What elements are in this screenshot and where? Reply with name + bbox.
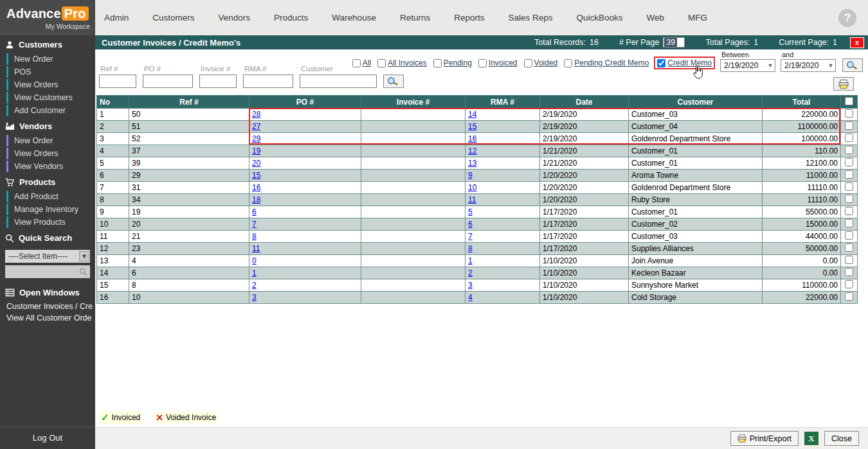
quick-search-select[interactable]: ----Select Item---- ▼ [5,250,90,263]
cell-po-link[interactable]: 8 [252,232,257,241]
cell-rma-link[interactable]: 11 [468,195,476,204]
quick-search-input[interactable] [5,265,90,278]
date-to-select[interactable]: 2/19/2020 ▼ [781,59,836,72]
row-checkbox[interactable] [845,219,853,227]
cell-rma-link[interactable]: 13 [468,159,476,168]
invoice-input[interactable] [199,75,237,88]
cell-po-link[interactable]: 20 [252,159,260,168]
cell-po-link[interactable]: 19 [252,146,260,155]
nav-customers[interactable]: Customers [152,13,194,22]
nav-products[interactable]: Products [274,13,308,22]
cell-rma-link[interactable]: 1 [468,256,473,265]
sidebar-item-view-customers[interactable]: View Customers [6,91,95,104]
nav-web[interactable]: Web [647,13,665,22]
cell-rma-link[interactable]: 5 [468,207,473,216]
open-window-item-invoices[interactable]: Customer Invoices / Cre [0,301,95,312]
row-checkbox[interactable] [845,182,853,191]
po-input[interactable] [143,75,193,88]
cell-rma-link[interactable]: 8 [468,244,473,253]
row-checkbox[interactable] [845,121,853,130]
filter-invoiced[interactable]: Invoiced [478,58,518,67]
cell-rma-link[interactable]: 14 [468,110,476,119]
cell-rma-link[interactable]: 9 [468,171,473,180]
cell-po-link[interactable]: 3 [252,293,257,302]
filter-voided[interactable]: Voided [524,58,558,67]
cell-po-link[interactable]: 28 [252,110,260,119]
cell-rma-link[interactable]: 12 [468,146,476,155]
filter-checkbox[interactable] [524,59,532,67]
filter-checkbox[interactable] [564,59,572,67]
filter-checkbox[interactable] [657,59,665,67]
cell-po-link[interactable]: 0 [252,256,257,265]
cell-po-link[interactable]: 15 [252,171,260,180]
cell-rma-link[interactable]: 4 [468,293,473,302]
nav-mfg[interactable]: MFG [688,13,707,22]
cell-po-link[interactable]: 7 [252,220,257,229]
cell-po-link[interactable]: 27 [252,122,260,131]
logout-button[interactable]: Log Out [0,427,95,449]
filter-pending-credit-memo[interactable]: Pending Credit Memo [564,58,649,67]
row-checkbox[interactable] [845,243,853,252]
close-icon[interactable]: x [850,37,864,48]
date-search-button[interactable] [842,58,863,72]
nav-reports[interactable]: Reports [454,13,484,22]
per-page-input[interactable]: 39 [663,37,685,48]
filter-checkbox[interactable] [433,59,442,67]
rma-input[interactable] [243,75,293,88]
filter-pending[interactable]: Pending [433,58,472,67]
row-checkbox[interactable] [845,146,853,154]
print-button[interactable] [833,77,854,91]
sidebar-item-add-product[interactable]: Add Product [6,190,95,203]
row-checkbox[interactable] [845,256,853,264]
cell-rma-link[interactable]: 6 [468,220,473,229]
row-checkbox[interactable] [845,231,853,240]
cell-po-link[interactable]: 11 [252,244,260,253]
print-export-button[interactable]: Print/Export [730,431,799,446]
cell-rma-link[interactable]: 15 [468,122,476,131]
excel-export-button[interactable]: X [804,432,818,445]
customer-input[interactable] [300,75,377,88]
row-checkbox[interactable] [845,207,853,215]
sidebar-item-view-products[interactable]: View Products [6,216,95,229]
help-icon[interactable]: ? [838,9,856,27]
cell-rma-link[interactable]: 2 [468,269,473,277]
nav-admin[interactable]: Admin [104,13,129,22]
cell-po-link[interactable]: 16 [252,183,260,192]
sidebar-item-manage-inventory[interactable]: Manage Inventory [6,203,95,216]
row-checkbox[interactable] [845,292,853,301]
nav-vendors[interactable]: Vendors [219,13,251,22]
filter-checkbox[interactable] [478,59,487,67]
fields-search-button[interactable] [383,75,404,88]
cell-rma-link[interactable]: 3 [468,281,473,290]
open-window-item-orders[interactable]: View All Customer Orde [0,312,95,324]
chevron-down-icon[interactable]: ▼ [79,251,89,261]
nav-warehouse[interactable]: Warehouse [332,13,376,22]
sidebar-item-vendors-view-orders[interactable]: View Orders [6,147,95,160]
row-checkbox[interactable] [845,134,853,142]
cell-po-link[interactable]: 1 [252,269,257,277]
sidebar-item-pos[interactable]: POS [6,66,95,78]
row-checkbox[interactable] [845,195,853,203]
cell-rma-link[interactable]: 16 [468,134,476,143]
close-button[interactable]: Close [824,431,859,446]
select-all-checkbox[interactable] [845,97,853,105]
row-checkbox[interactable] [845,170,853,179]
cell-po-link[interactable]: 29 [252,134,260,143]
nav-sales-reps[interactable]: Sales Reps [508,13,552,22]
cell-po-link[interactable]: 6 [252,207,257,216]
nav-returns[interactable]: Returns [400,13,430,22]
row-checkbox[interactable] [845,280,853,288]
sidebar-item-add-customer[interactable]: Add Customer [6,104,95,117]
cell-po-link[interactable]: 18 [252,195,260,204]
sidebar-item-customers-new-order[interactable]: New Order [6,53,95,66]
date-from-select[interactable]: 2/19/2020 ▼ [720,59,775,72]
filter-credit-memo[interactable]: Credit Memo [654,57,715,69]
nav-quickbooks[interactable]: QuickBooks [577,13,623,22]
sidebar-item-view-vendors[interactable]: View Vendors [6,160,95,173]
row-checkbox[interactable] [845,109,853,118]
sidebar-item-customers-view-orders[interactable]: View Orders [6,78,95,91]
sidebar-item-vendors-new-order[interactable]: New Order [6,134,95,147]
cell-po-link[interactable]: 2 [252,281,257,290]
cell-rma-link[interactable]: 7 [468,232,473,241]
cell-rma-link[interactable]: 10 [468,183,476,192]
